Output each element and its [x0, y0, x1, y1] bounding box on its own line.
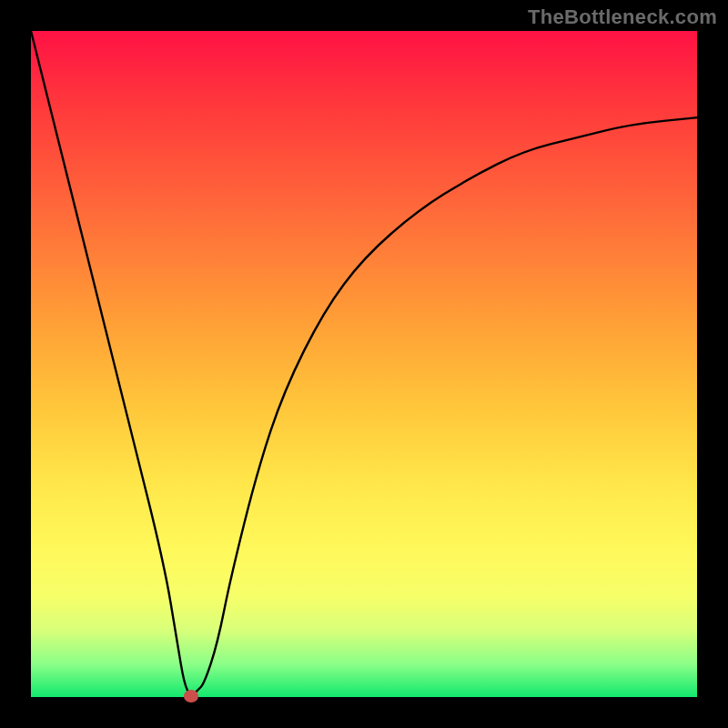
curve-svg: [31, 31, 697, 697]
watermark-text: TheBottleneck.com: [528, 5, 717, 29]
chart-frame: TheBottleneck.com: [0, 0, 728, 728]
bottleneck-curve: [31, 31, 697, 695]
optimal-point-marker: [184, 690, 198, 703]
plot-area: [31, 31, 697, 697]
